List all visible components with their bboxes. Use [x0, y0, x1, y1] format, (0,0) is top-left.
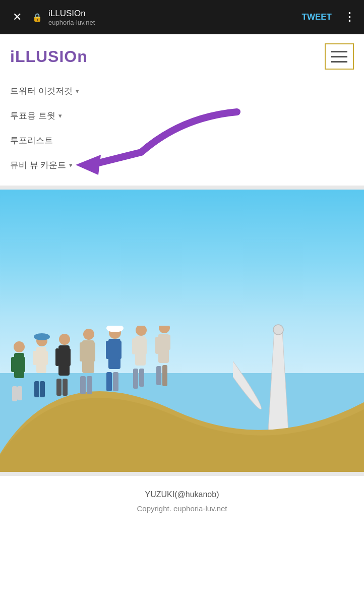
svg-point-6	[14, 341, 25, 352]
close-icon[interactable]: ✕	[8, 12, 26, 23]
svg-rect-22	[63, 379, 68, 396]
tweet-button[interactable]: TWEET	[302, 12, 332, 22]
svg-rect-37	[118, 341, 122, 359]
svg-point-13	[34, 333, 50, 340]
site-title: iLLUSIOn	[10, 47, 88, 66]
site-header: iLLUSIOn	[0, 34, 364, 77]
svg-rect-11	[21, 357, 25, 372]
svg-rect-17	[33, 351, 37, 365]
dropdown-arrow-icon: ▾	[76, 87, 79, 95]
svg-rect-18	[44, 351, 48, 365]
nav-label-twitter: 트위터 이것저것	[10, 85, 73, 97]
svg-rect-28	[87, 376, 92, 394]
svg-rect-10	[11, 357, 15, 372]
svg-rect-48	[155, 337, 159, 354]
svg-rect-16	[40, 381, 45, 397]
section-divider	[0, 186, 364, 190]
svg-rect-24	[67, 348, 71, 366]
nav-label-mv-count: 뮤비 뷰 카운트	[10, 159, 66, 171]
svg-rect-23	[55, 348, 59, 366]
svg-point-19	[59, 334, 70, 345]
people-group	[5, 326, 217, 406]
svg-rect-8	[12, 386, 17, 401]
nav-menu: 트위터 이것저것 ▾ 투표용 트윗 ▾ 투포리스트 뮤비 뷰 카운트 ▾	[0, 77, 364, 186]
nav-item-mv-count[interactable]: 뮤비 뷰 카운트 ▾	[10, 153, 354, 177]
svg-rect-34	[106, 372, 112, 391]
nav-item-vote-tweet[interactable]: 투표용 트윗 ▾	[10, 103, 354, 128]
svg-rect-15	[34, 381, 39, 397]
svg-point-44	[159, 326, 170, 333]
dropdown-arrow-icon-2: ▾	[58, 112, 62, 119]
nav-label-vote-tweet: 투표용 트윗	[10, 110, 55, 122]
hero-scene	[0, 190, 364, 472]
nav-label-vote-list: 투포리스트	[10, 135, 53, 146]
svg-rect-49	[166, 335, 170, 350]
footer-credit: YUZUKI(@hukanob)	[10, 490, 354, 499]
hamburger-line-1	[331, 51, 347, 52]
svg-rect-42	[132, 338, 136, 354]
svg-rect-35	[113, 372, 118, 391]
dropdown-arrow-icon-3: ▾	[69, 161, 73, 169]
svg-point-38	[136, 326, 147, 336]
svg-rect-29	[80, 342, 83, 361]
footer-copyright: Copyright. euphoria-luv.net	[10, 504, 354, 513]
svg-rect-21	[56, 379, 62, 396]
svg-rect-30	[92, 342, 95, 361]
nav-item-vote-list[interactable]: 투포리스트	[10, 128, 354, 153]
svg-rect-46	[156, 366, 161, 385]
browser-title: iLLUSIOn	[48, 9, 296, 19]
svg-rect-47	[162, 365, 167, 386]
browser-url: euphoria-luv.net	[48, 19, 296, 26]
site-footer: YUZUKI(@hukanob) Copyright. euphoria-luv…	[0, 476, 364, 527]
svg-rect-41	[139, 369, 144, 387]
section-divider-bottom	[0, 472, 364, 476]
svg-rect-27	[80, 376, 86, 394]
svg-rect-43	[143, 338, 147, 354]
browser-title-group: iLLUSIOn euphoria-luv.net	[48, 9, 296, 26]
svg-point-25	[83, 329, 94, 340]
hamburger-menu-button[interactable]	[325, 43, 354, 70]
hero-image	[0, 190, 364, 472]
more-options-icon[interactable]: ⋮	[344, 11, 356, 24]
hamburger-line-3	[331, 61, 347, 63]
nav-item-twitter[interactable]: 트위터 이것저것 ▾	[10, 79, 354, 103]
svg-rect-9	[17, 386, 22, 400]
hamburger-line-2	[331, 56, 347, 57]
browser-bar: ✕ 🔒 iLLUSIOn euphoria-luv.net TWEET ⋮	[0, 0, 364, 34]
svg-point-32	[106, 326, 124, 332]
svg-rect-40	[133, 369, 138, 389]
svg-rect-36	[106, 341, 109, 359]
lock-icon: 🔒	[32, 13, 42, 22]
